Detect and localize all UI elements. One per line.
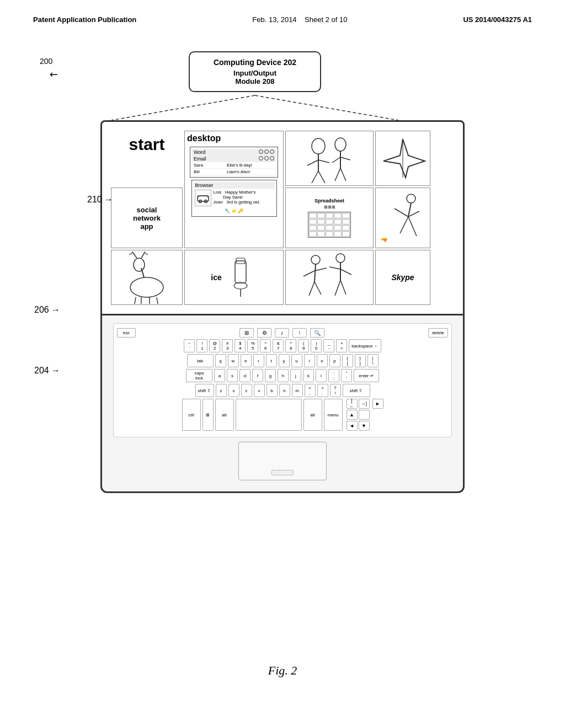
svg-line-34: [135, 297, 136, 304]
key-3[interactable]: #3: [222, 339, 233, 352]
enter-key[interactable]: enter ↵: [354, 369, 379, 382]
key-slash[interactable]: ?/: [330, 384, 341, 397]
mc9: [334, 219, 342, 224]
key-o[interactable]: o: [317, 354, 328, 367]
key-equals[interactable]: +=: [336, 339, 347, 352]
win-key[interactable]: ⊞: [202, 399, 214, 431]
key-y[interactable]: y: [279, 354, 290, 367]
key-k[interactable]: k: [303, 369, 314, 382]
label-200: 200: [40, 57, 52, 66]
svg-text:🔫: 🔫: [381, 236, 388, 243]
key-v[interactable]: v: [254, 384, 265, 397]
key-m[interactable]: m: [292, 384, 303, 397]
nav-end[interactable]: →|: [359, 399, 370, 409]
key-2[interactable]: @2: [209, 339, 220, 352]
mc6: [309, 219, 317, 224]
key-tilde[interactable]: ~`: [184, 339, 195, 352]
key-8[interactable]: *8: [285, 339, 296, 352]
key-period[interactable]: >.: [317, 384, 328, 397]
delete-key[interactable]: delete: [428, 328, 448, 338]
special-key-2[interactable]: ⚙: [257, 328, 271, 338]
shift-left-key[interactable]: shift ⇧: [195, 384, 214, 397]
nav-keys: |← →| ▲ ◄ ▼: [347, 399, 370, 431]
nav-up[interactable]: ▲: [347, 410, 358, 420]
nav-pgup[interactable]: [359, 410, 370, 420]
key-backslash[interactable]: |\: [367, 354, 379, 367]
key-5[interactable]: %5: [247, 339, 258, 352]
key-bracket-r[interactable]: }]: [355, 354, 366, 367]
svg-line-19: [408, 203, 411, 217]
browser-label: Browser: [195, 183, 214, 188]
key-7[interactable]: &7: [273, 339, 284, 352]
touchpad-button[interactable]: [271, 470, 294, 475]
key-semicolon[interactable]: :;: [328, 369, 339, 382]
svg-point-27: [134, 258, 145, 271]
key-p[interactable]: p: [329, 354, 340, 367]
key-i[interactable]: i: [304, 354, 315, 367]
key-b[interactable]: b: [266, 384, 278, 397]
car-icon: [196, 191, 210, 205]
key-0[interactable]: )0: [311, 339, 322, 352]
alt-right-key[interactable]: alt: [303, 399, 322, 431]
svg-line-33: [145, 251, 146, 253]
shift-right-key[interactable]: shift ⇧: [343, 384, 370, 397]
caps-key[interactable]: capslock: [186, 369, 212, 382]
mc18: [326, 231, 333, 237]
ctrl-key[interactable]: ctrl: [182, 399, 201, 431]
key-h[interactable]: h: [278, 369, 289, 382]
key-n[interactable]: n: [279, 384, 290, 397]
key-minus[interactable]: _-: [323, 339, 334, 352]
key-e[interactable]: e: [241, 354, 252, 367]
special-key-3[interactable]: ♪: [275, 328, 289, 338]
key-r[interactable]: r: [253, 354, 264, 367]
key-c[interactable]: c: [241, 384, 252, 397]
mc10: [342, 219, 350, 224]
nav-down[interactable]: ▼: [359, 421, 370, 431]
menu-key[interactable]: menu: [324, 399, 343, 431]
key-d[interactable]: d: [239, 369, 250, 382]
key-u[interactable]: u: [291, 354, 302, 367]
backspace-key[interactable]: backspace ←: [349, 339, 381, 352]
svg-point-53: [311, 255, 320, 264]
svg-line-55: [303, 271, 315, 276]
special-key-4[interactable]: ↑: [292, 328, 307, 338]
nav-left[interactable]: ◄: [347, 421, 358, 431]
key-9[interactable]: (9: [298, 339, 309, 352]
key-quote[interactable]: "': [341, 369, 352, 382]
key-l[interactable]: l: [316, 369, 327, 382]
key-x[interactable]: x: [228, 384, 239, 397]
nav-home[interactable]: |←: [347, 399, 358, 409]
key-w[interactable]: w: [228, 354, 239, 367]
key-comma[interactable]: <,: [305, 384, 316, 397]
nav-right[interactable]: ►: [372, 399, 383, 409]
key-4[interactable]: $4: [234, 339, 246, 352]
skype-label: Skype: [391, 273, 414, 282]
key-6[interactable]: ^6: [260, 339, 271, 352]
svg-point-59: [336, 254, 345, 263]
key-g[interactable]: g: [265, 369, 276, 382]
key-z[interactable]: z: [216, 384, 227, 397]
key-f[interactable]: f: [252, 369, 263, 382]
acrobat-svg: 🔫: [378, 192, 428, 244]
key-j[interactable]: j: [290, 369, 301, 382]
key-bracket-l[interactable]: {[: [342, 354, 353, 367]
alt-left-key[interactable]: alt: [215, 399, 234, 431]
tab-key[interactable]: tab: [187, 354, 214, 367]
browser-window: Browser: [191, 180, 277, 217]
svg-line-64: [340, 280, 346, 295]
key-s[interactable]: s: [227, 369, 238, 382]
key-a[interactable]: a: [214, 369, 225, 382]
special-key-1[interactable]: ⊞: [239, 328, 254, 338]
special-key-5[interactable]: 🔍: [310, 328, 324, 338]
space-key[interactable]: [236, 399, 302, 431]
svg-line-15: [335, 168, 340, 181]
esc-key[interactable]: esc: [117, 328, 136, 338]
svg-line-22: [400, 217, 408, 233]
touchpad[interactable]: [238, 442, 327, 480]
svg-line-10: [318, 171, 325, 183]
key-1[interactable]: !1: [196, 339, 207, 352]
win-dot-4: [259, 156, 263, 160]
laptop-keyboard-body: esc ⊞ ⚙ ♪ ↑ 🔍 delete ~` !1 @2 #3: [100, 315, 465, 493]
key-q[interactable]: q: [215, 354, 226, 367]
key-t[interactable]: t: [266, 354, 277, 367]
